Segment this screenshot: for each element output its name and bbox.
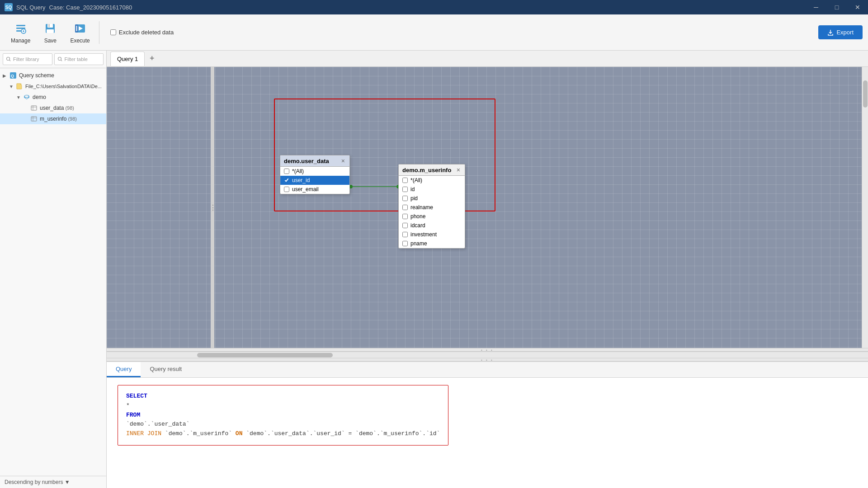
sql-join-table: `demo`.`m_userinfo` — [165, 430, 236, 437]
close-button[interactable]: ✕ — [847, 0, 868, 14]
user-data-all-checkbox[interactable] — [284, 169, 289, 174]
sql-keyword-select: SELECT — [126, 393, 147, 399]
sidebar-tree: ▶ Q Query scheme ▼ File_C:\Users\Salvati… — [0, 68, 106, 476]
title-bar: SQ SQL Query Case: Case_202309051617080 … — [0, 0, 868, 14]
m-userinfo-pid-checkbox[interactable] — [402, 196, 408, 201]
sql-line-table: `demo`.`user_data` — [126, 420, 440, 429]
sidebar-item-file[interactable]: ▼ File_C:\Users\SalvationDATA\De... — [0, 81, 106, 92]
svg-line-15 — [9, 60, 10, 61]
execute-label: Execute — [70, 38, 90, 44]
manage-icon — [14, 21, 28, 36]
tab-query-result[interactable]: Query result — [141, 362, 191, 377]
exclude-deleted-checkbox[interactable]: Exclude deleted data — [110, 29, 174, 36]
m-userinfo-row-id[interactable]: id — [399, 185, 465, 194]
query-canvas[interactable]: demo.user_data × *(All) user_id user_ema… — [107, 67, 868, 348]
tab-query1-label: Query 1 — [117, 56, 138, 62]
m-userinfo-row-idcard[interactable]: idcard — [399, 221, 465, 230]
tab-query-label: Query — [116, 366, 132, 372]
export-icon — [827, 29, 834, 36]
svg-point-16 — [58, 57, 61, 61]
join-line-svg — [107, 67, 868, 348]
svg-point-22 — [24, 95, 29, 98]
save-button[interactable]: Save — [38, 19, 63, 47]
m-userinfo-card-title: demo.m_userinfo — [402, 167, 451, 174]
vertical-resize-handle[interactable]: ⋮ — [211, 67, 214, 348]
execute-icon — [73, 21, 87, 36]
svg-point-14 — [7, 57, 10, 61]
user-data-row-useremail[interactable]: user_email — [280, 185, 349, 194]
m-userinfo-label: m_userinfo — [40, 116, 66, 122]
sidebar-item-user-data[interactable]: ▶ user_data (98) — [0, 103, 106, 113]
file-icon — [15, 82, 24, 90]
horizontal-resize-handle[interactable]: • • • — [107, 348, 868, 352]
sidebar-item-query-scheme[interactable]: ▶ Q Query scheme — [0, 70, 106, 81]
maximize-button[interactable]: □ — [826, 0, 847, 14]
m-userinfo-row-investment[interactable]: investment — [399, 230, 465, 239]
filter-table-input[interactable]: Filter table — [54, 53, 104, 65]
export-button[interactable]: Export — [818, 25, 863, 39]
user-data-card-title: demo.user_data — [284, 158, 329, 164]
m-userinfo-row-realname[interactable]: realname — [399, 203, 465, 212]
sql-line-join: INNER JOIN `demo`.`m_userinfo` ON `demo`… — [126, 429, 440, 439]
user-data-label: user_data — [40, 105, 64, 111]
m-userinfo-id-checkbox[interactable] — [402, 187, 408, 192]
sidebar-item-demo[interactable]: ▼ demo — [0, 92, 106, 103]
save-label: Save — [44, 38, 57, 44]
m-userinfo-pname-checkbox[interactable] — [402, 241, 408, 246]
m-userinfo-realname-checkbox[interactable] — [402, 205, 408, 210]
execute-button[interactable]: Execute — [65, 19, 95, 47]
m-userinfo-investment-checkbox[interactable] — [402, 232, 408, 237]
svg-rect-9 — [47, 29, 54, 33]
m-userinfo-idcard-checkbox[interactable] — [402, 223, 408, 228]
m-userinfo-all-checkbox[interactable] — [402, 178, 408, 183]
expand-icon-file: ▼ — [9, 84, 15, 89]
m-userinfo-phone-checkbox[interactable] — [402, 214, 408, 219]
m-userinfo-row-phone[interactable]: phone — [399, 212, 465, 221]
filter-library-input[interactable]: Filter library — [3, 53, 52, 65]
tab-query[interactable]: Query — [107, 362, 141, 377]
user-data-row-all[interactable]: *(All) — [280, 167, 349, 176]
sql-join-condition: `demo`.`user_data`.`user_id` = `demo`.`m… — [242, 430, 440, 437]
user-data-userid-checkbox[interactable] — [284, 178, 289, 183]
sort-control[interactable]: Descending by numbers ▼ — [0, 476, 106, 488]
user-data-card-header[interactable]: demo.user_data × — [280, 155, 349, 167]
exclude-deleted-input[interactable] — [110, 29, 116, 35]
add-tab-button[interactable]: + — [146, 52, 158, 65]
m-userinfo-icon — [30, 115, 38, 123]
m-userinfo-card-header[interactable]: demo.m_userinfo × — [399, 164, 465, 176]
window-controls: ─ □ ✕ — [806, 0, 868, 14]
m-userinfo-row-pid[interactable]: pid — [399, 194, 465, 203]
user-data-row-userid[interactable]: user_id — [280, 176, 349, 185]
query-editor[interactable]: SELECT * FROM `demo`.`user_data` INNER J — [107, 378, 868, 488]
user-data-card-close[interactable]: × — [340, 157, 346, 164]
svg-rect-7 — [47, 24, 53, 28]
m-userinfo-row-pname[interactable]: pname — [399, 239, 465, 248]
sidebar-item-m-userinfo[interactable]: ▶ m_userinfo (98) — [0, 113, 106, 124]
manage-label: Manage — [11, 38, 30, 44]
case-id: Case: Case_202309051617080 — [49, 4, 132, 11]
minimize-button[interactable]: ─ — [806, 0, 826, 14]
demo-label: demo — [33, 94, 46, 100]
content-area: Query 1 + demo.user_data × — [107, 51, 868, 488]
sql-join-indent: INNER JOIN — [126, 430, 165, 437]
m-userinfo-card-close[interactable]: × — [456, 166, 461, 174]
canvas-scrollbar-v[interactable] — [862, 67, 868, 348]
m-userinfo-row-all[interactable]: *(All) — [399, 176, 465, 185]
bottom-resize-handle[interactable]: • • • — [107, 358, 868, 361]
tab-query1[interactable]: Query 1 — [110, 52, 145, 66]
sql-star: * — [126, 402, 130, 409]
app-title: SQL Query — [16, 4, 46, 11]
user-data-useremail-checkbox[interactable] — [284, 187, 289, 192]
svg-rect-13 — [76, 26, 77, 31]
expand-icon-demo: ▼ — [16, 95, 23, 100]
user-data-count: (98) — [65, 105, 74, 111]
query-scheme-label: Query scheme — [19, 72, 54, 79]
svg-text:Q: Q — [11, 74, 14, 78]
sql-keyword-from: FROM — [126, 412, 140, 418]
sidebar: Filter library Filter table ▶ Q Query sc… — [0, 51, 107, 488]
manage-button[interactable]: Manage — [5, 19, 36, 47]
sidebar-filters: Filter library Filter table — [0, 51, 106, 68]
save-icon — [43, 21, 57, 36]
canvas-scrollbar-h[interactable] — [107, 352, 868, 358]
svg-line-17 — [61, 60, 61, 61]
